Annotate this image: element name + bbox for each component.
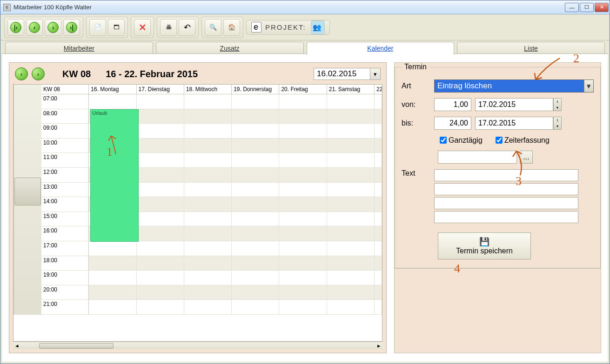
horizontal-scrollbar[interactable]: ◂ ▸: [13, 342, 382, 349]
calendar-cell[interactable]: [327, 271, 375, 285]
calendar-cell[interactable]: [375, 153, 382, 168]
calendar-cell[interactable]: [327, 256, 375, 271]
week-next-button[interactable]: ›: [32, 67, 45, 80]
calendar-cell[interactable]: [375, 109, 382, 124]
calendar-cell[interactable]: [232, 124, 279, 139]
calendar-cell[interactable]: [184, 226, 232, 241]
calendar-cell[interactable]: [137, 271, 184, 285]
close-button[interactable]: ✕: [595, 3, 609, 12]
calendar-cell[interactable]: [137, 226, 184, 241]
calendar-cell[interactable]: [232, 300, 279, 315]
calendar-cell[interactable]: [279, 139, 327, 153]
calendar-cell[interactable]: [89, 94, 136, 109]
zeiterfassung-check-input[interactable]: [496, 137, 503, 144]
calendar-cell[interactable]: [327, 109, 375, 124]
calendar-cell[interactable]: [375, 271, 382, 285]
search-button[interactable]: 🔍: [205, 19, 221, 36]
chevron-down-icon[interactable]: ▾: [584, 80, 593, 92]
calendar-cell[interactable]: [327, 241, 375, 256]
tab-zusatz[interactable]: Zusatz: [156, 42, 304, 55]
calendar-cell[interactable]: [184, 271, 232, 285]
calendar-cell[interactable]: [232, 197, 279, 212]
calendar-cell[interactable]: [279, 124, 327, 139]
edit-button[interactable]: 🗔: [108, 19, 125, 36]
date-picker[interactable]: ▾: [314, 68, 381, 80]
calendar-cell[interactable]: [279, 153, 327, 168]
calendar-cell[interactable]: [327, 226, 375, 241]
calendar-cell[interactable]: [279, 300, 327, 315]
nav-prev-button[interactable]: ‹: [26, 19, 43, 36]
calendar-cell[interactable]: [327, 300, 375, 315]
calendar-cell[interactable]: [279, 256, 327, 271]
calendar-cell[interactable]: [375, 226, 382, 241]
calendar-cell[interactable]: [375, 241, 382, 256]
calendar-grid[interactable]: KW 0816. Montag17. Dienstag18. Mittwoch1…: [13, 84, 382, 342]
von-date-input[interactable]: [475, 98, 553, 111]
calendar-cell[interactable]: [137, 94, 184, 109]
text-input-1[interactable]: [434, 169, 578, 181]
browse-button[interactable]: ...: [520, 151, 533, 164]
von-spinner[interactable]: 1▾: [553, 98, 562, 111]
calendar-cell[interactable]: [89, 256, 136, 271]
calendar-event-urlaub[interactable]: Urlaub: [90, 109, 139, 242]
calendar-cell[interactable]: [232, 168, 279, 183]
undo-button[interactable]: ↶: [179, 19, 195, 36]
calendar-cell[interactable]: [327, 197, 375, 212]
calendar-cell[interactable]: [375, 285, 382, 300]
delete-button[interactable]: ✕: [134, 19, 151, 36]
calendar-cell[interactable]: [137, 168, 184, 183]
calendar-cell[interactable]: [184, 241, 232, 256]
tab-kalender[interactable]: Kalender: [307, 42, 455, 55]
text-input-2[interactable]: [434, 183, 578, 195]
calendar-cell[interactable]: [184, 197, 232, 212]
calendar-cell[interactable]: [137, 153, 184, 168]
calendar-cell[interactable]: [89, 285, 136, 300]
calendar-cell[interactable]: [184, 183, 232, 198]
calendar-cell[interactable]: [184, 139, 232, 153]
calendar-cell[interactable]: [184, 300, 232, 315]
calendar-cell[interactable]: [89, 271, 136, 285]
calendar-cell[interactable]: [279, 197, 327, 212]
calendar-cell[interactable]: [279, 168, 327, 183]
calendar-cell[interactable]: [184, 212, 232, 227]
calendar-cell[interactable]: [327, 285, 375, 300]
zeiterfassung-checkbox[interactable]: Zeiterfassung: [494, 135, 550, 145]
calendar-cell[interactable]: [279, 241, 327, 256]
print-button[interactable]: 🖶: [160, 19, 177, 36]
date-input[interactable]: [314, 68, 370, 79]
tab-mitarbeiter[interactable]: Mitarbeiter: [5, 42, 153, 55]
calendar-cell[interactable]: [327, 94, 375, 109]
von-time-input[interactable]: [434, 98, 471, 111]
calendar-cell[interactable]: [375, 212, 382, 227]
calendar-cell[interactable]: [375, 183, 382, 198]
nav-last-button[interactable]: ›|: [63, 19, 80, 36]
calendar-cell[interactable]: [137, 256, 184, 271]
hscroll-thumb[interactable]: [39, 343, 114, 349]
calendar-cell[interactable]: [375, 168, 382, 183]
home-button[interactable]: 🏠: [223, 19, 240, 36]
calendar-cell[interactable]: [279, 109, 327, 124]
maximize-button[interactable]: ☐: [580, 3, 594, 12]
calendar-cell[interactable]: [327, 124, 375, 139]
scroll-right-icon[interactable]: ▸: [375, 342, 382, 349]
calendar-cell[interactable]: [137, 139, 184, 153]
calendar-cell[interactable]: [137, 124, 184, 139]
extra-input[interactable]: [438, 151, 517, 164]
calendar-cell[interactable]: [375, 256, 382, 271]
calendar-cell[interactable]: [279, 94, 327, 109]
save-termin-button[interactable]: 💾 Termin speichern: [438, 232, 531, 259]
week-prev-button[interactable]: ‹: [15, 67, 28, 80]
calendar-cell[interactable]: [375, 197, 382, 212]
nav-next-button[interactable]: ›: [45, 19, 61, 36]
calendar-cell[interactable]: [327, 168, 375, 183]
chevron-down-icon[interactable]: ▾: [370, 68, 380, 79]
calendar-cell[interactable]: [137, 300, 184, 315]
ganztag-checkbox[interactable]: Ganztägig: [438, 135, 483, 145]
calendar-cell[interactable]: [232, 139, 279, 153]
vscroll-thumb[interactable]: [14, 178, 41, 205]
calendar-cell[interactable]: [279, 226, 327, 241]
calendar-cell[interactable]: [375, 94, 382, 109]
calendar-cell[interactable]: [89, 300, 136, 315]
art-select[interactable]: Eintrag löschen ▾: [434, 79, 594, 93]
calendar-cell[interactable]: [279, 271, 327, 285]
